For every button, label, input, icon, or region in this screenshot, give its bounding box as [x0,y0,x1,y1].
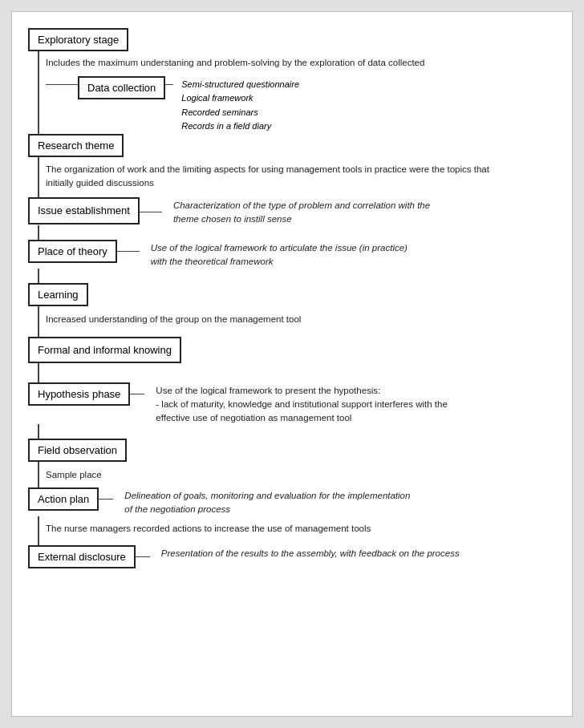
field-observation-label: Field observation [38,444,117,456]
place-of-theory-box: Place of theory [28,240,117,263]
data-collection-box: Data collection [78,76,165,99]
research-theme-box: Research theme [28,134,124,157]
action-plan-top-desc: Delineation of goals, monitoring and eva… [124,489,413,516]
exploratory-stage-label: Exploratory stage [38,34,119,46]
learning-label: Learning [38,289,79,301]
external-disclosure-desc: Presentation of the results to the assem… [161,547,460,560]
data-collection-items: Semi-structured questionnaire Logical fr… [181,78,299,134]
dc-item-3: Records in a field diary [181,119,299,134]
external-disclosure-box: External disclosure [28,545,136,568]
learning-description: Increased understanding of the group on … [46,313,511,326]
action-plan-bottom-desc: The nurse managers recorded actions to i… [46,522,511,536]
external-disclosure-label: External disclosure [38,551,126,563]
dc-item-0: Semi-structured questionnaire [181,78,299,92]
field-observation-box: Field observation [28,439,127,462]
exploratory-description: Includes the maximum understaning and pr… [46,56,511,70]
action-plan-box: Action plan [28,487,99,511]
research-theme-description: The organization of work and the limitin… [46,163,511,189]
issue-establishment-label: Issue establishment [38,204,130,216]
dc-item-2: Recorded seminars [181,106,299,120]
issue-establishment-box: Issue establishment [28,197,140,224]
research-theme-label: Research theme [38,140,114,152]
exploratory-stage-box: Exploratory stage [28,28,128,51]
field-observation-desc: Sample place [46,468,102,482]
place-of-theory-desc: Use of the logical framework to articula… [151,241,424,268]
page: Exploratory stage Includes the maximum u… [11,11,573,717]
hypothesis-label: Hypothesis phase [38,388,120,400]
hypothesis-box: Hypothesis phase [28,382,130,406]
flow-container: Exploratory stage Includes the maximum u… [28,28,556,568]
learning-box: Learning [28,283,88,306]
hypothesis-desc: Use of the logical framework to present … [156,384,460,424]
formal-informal-label: Formal and informal knowing [38,344,172,356]
dc-item-1: Logical framework [181,91,299,106]
formal-informal-box: Formal and informal knowing [28,337,181,364]
issue-establishment-desc: Characterization of the type of problem … [173,199,446,225]
data-collection-label: Data collection [87,82,156,94]
place-of-theory-label: Place of theory [38,245,107,257]
action-plan-label: Action plan [38,493,89,505]
